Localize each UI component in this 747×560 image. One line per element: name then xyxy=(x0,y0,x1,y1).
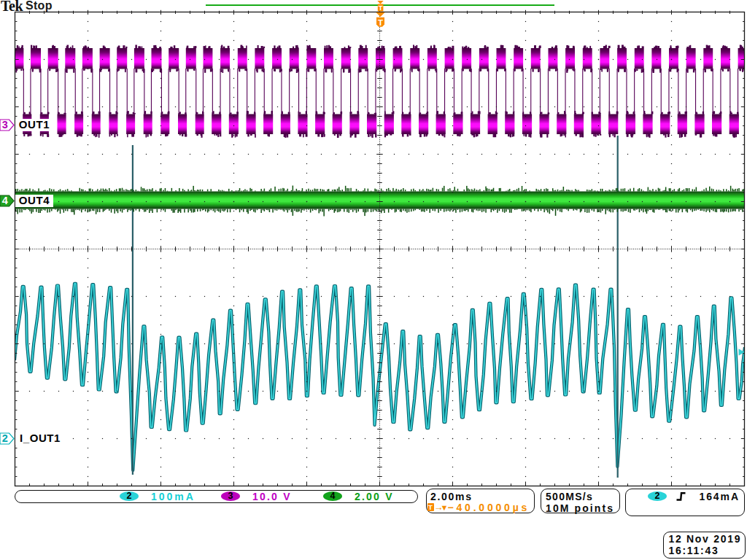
svg-text:2: 2 xyxy=(2,432,8,444)
svg-text:T: T xyxy=(378,18,383,27)
svg-text:3: 3 xyxy=(2,119,8,131)
svg-text:4: 4 xyxy=(2,195,8,206)
svg-text:T: T xyxy=(379,4,383,12)
